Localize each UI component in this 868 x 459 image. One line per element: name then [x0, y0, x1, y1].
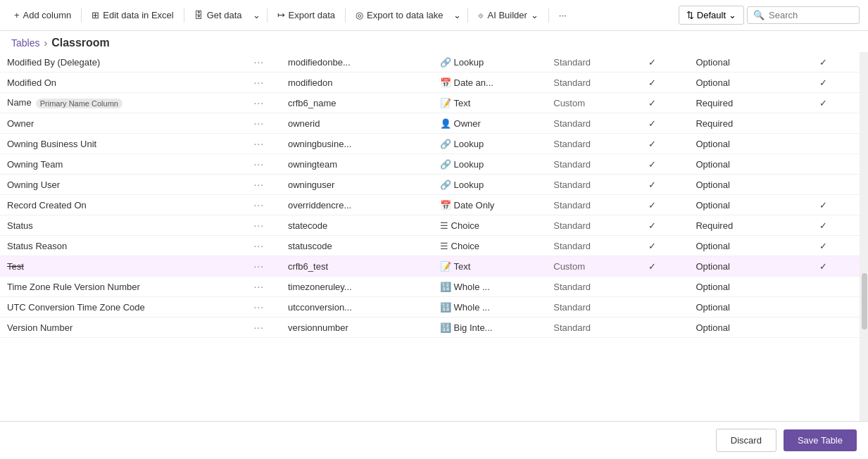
scrollbar-thumb[interactable]	[862, 273, 867, 329]
table-row[interactable]: Status···statecode☰ChoiceStandard✓Requir…	[0, 215, 860, 236]
row-logical-name: owningbusine...	[281, 134, 433, 154]
row-logical-name: overriddencre...	[281, 195, 433, 215]
add-column-button[interactable]: + Add column	[8, 6, 77, 24]
row-requirement: Optional	[688, 154, 812, 175]
toolbar-divider-1	[81, 8, 82, 23]
ai-builder-button[interactable]: ⟐ AI Builder ⌄	[472, 6, 543, 24]
row-managed-type: Standard	[546, 277, 641, 297]
table-row[interactable]: Status Reason···statuscode☰ChoiceStandar…	[0, 236, 860, 256]
search-input[interactable]	[769, 10, 853, 20]
ellipsis-icon[interactable]: ···	[253, 260, 264, 272]
get-data-button[interactable]: 🗄 Get data	[189, 6, 248, 24]
row-check2	[812, 175, 860, 195]
row-context-menu[interactable]: ···	[246, 93, 281, 113]
table-row[interactable]: Version Number···versionnumber🔢Big Inte.…	[0, 317, 860, 338]
row-managed-type: Standard	[546, 113, 641, 134]
ellipsis-icon[interactable]: ···	[253, 199, 264, 210]
checkmark-icon: ✓	[648, 118, 656, 129]
type-icon: 🔗	[440, 139, 451, 149]
toolbar-divider-5	[467, 8, 468, 23]
excel-icon: ⊞	[92, 10, 99, 20]
table-area: Modified By (Delegate)···modifiedonbe...…	[0, 52, 860, 421]
row-check2: ✓	[812, 236, 860, 256]
export-lake-button[interactable]: ◎ Export to data lake	[350, 6, 448, 24]
row-managed-type: Standard	[546, 236, 641, 256]
ellipsis-icon[interactable]: ···	[253, 97, 264, 108]
export-lake-dropdown[interactable]: ⌄	[451, 6, 463, 24]
ellipsis-icon[interactable]: ···	[253, 118, 264, 129]
table-row[interactable]: Time Zone Rule Version Number···timezone…	[0, 277, 860, 297]
ellipsis-icon[interactable]: ···	[253, 220, 264, 231]
type-icon: 👤	[440, 118, 451, 129]
row-context-menu[interactable]: ···	[246, 175, 281, 195]
row-check1: ✓	[641, 52, 688, 73]
get-data-dropdown[interactable]: ⌄	[251, 6, 263, 24]
type-icon: 🔢	[440, 302, 451, 313]
ellipsis-icon[interactable]: ···	[253, 281, 264, 292]
row-check2	[812, 134, 860, 154]
row-context-menu[interactable]: ···	[246, 215, 281, 236]
table-row[interactable]: NamePrimary Name Column···crfb6_name📝Tex…	[0, 93, 860, 113]
save-table-button[interactable]: Save Table	[784, 429, 857, 451]
table-row[interactable]: Owning Team···owningteam🔗LookupStandard✓…	[0, 154, 860, 175]
row-logical-name: owningteam	[281, 154, 433, 175]
row-data-type: ☰Choice	[433, 236, 547, 256]
ellipsis-icon[interactable]: ···	[253, 179, 264, 190]
row-context-menu[interactable]: ···	[246, 73, 281, 93]
type-icon: 📅	[440, 200, 451, 210]
ellipsis-icon[interactable]: ···	[253, 77, 264, 88]
default-button[interactable]: ⇅ Default ⌄	[679, 6, 744, 25]
row-context-menu[interactable]: ···	[246, 277, 281, 297]
row-logical-name: timezoneruley...	[281, 277, 433, 297]
row-display-name: Modified By (Delegate)	[7, 57, 100, 68]
breadcrumb-current: Classroom	[51, 37, 110, 49]
discard-button[interactable]: Discard	[716, 429, 776, 452]
row-context-menu[interactable]: ···	[246, 195, 281, 215]
ellipsis-icon[interactable]: ···	[253, 322, 264, 333]
row-context-menu[interactable]: ···	[246, 52, 281, 73]
columns-table: Modified By (Delegate)···modifiedonbe...…	[0, 52, 860, 338]
row-context-menu[interactable]: ···	[246, 113, 281, 134]
edit-excel-button[interactable]: ⊞ Edit data in Excel	[86, 6, 179, 24]
row-data-type: 🔢Big Inte...	[433, 317, 547, 338]
table-row[interactable]: Record Created On···overriddencre...📅Dat…	[0, 195, 860, 215]
table-row[interactable]: Test···crfb6_test📝TextCustom✓Optional✓	[0, 256, 860, 277]
breadcrumb: Tables › Classroom	[0, 31, 868, 52]
scrollbar[interactable]	[860, 52, 868, 421]
row-requirement: Optional	[688, 134, 812, 154]
ellipsis-icon[interactable]: ···	[253, 158, 264, 170]
row-requirement: Optional	[688, 297, 812, 317]
row-data-type: 🔗Lookup	[433, 175, 547, 195]
row-display-name: Name	[7, 97, 32, 108]
row-context-menu[interactable]: ···	[246, 134, 281, 154]
row-context-menu[interactable]: ···	[246, 317, 281, 338]
ellipsis-icon[interactable]: ···	[253, 240, 264, 251]
row-check2	[812, 317, 860, 338]
table-row[interactable]: UTC Conversion Time Zone Code···utcconve…	[0, 297, 860, 317]
toolbar-divider-4	[345, 8, 346, 23]
table-row[interactable]: Owning User···owninguser🔗LookupStandard✓…	[0, 175, 860, 195]
row-context-menu[interactable]: ···	[246, 256, 281, 277]
row-context-menu[interactable]: ···	[246, 297, 281, 317]
search-icon: 🔍	[753, 10, 765, 20]
checkmark-icon: ✓	[648, 220, 656, 231]
table-row[interactable]: Modified By (Delegate)···modifiedonbe...…	[0, 52, 860, 73]
type-name: Whole ...	[454, 302, 490, 313]
table-row[interactable]: Owning Business Unit···owningbusine...🔗L…	[0, 134, 860, 154]
row-check1: ✓	[641, 175, 688, 195]
row-context-menu[interactable]: ···	[246, 154, 281, 175]
table-row[interactable]: Owner···ownerid👤OwnerStandard✓Required	[0, 113, 860, 134]
export-data-button[interactable]: ↦ Export data	[272, 6, 341, 24]
row-requirement: Optional	[688, 195, 812, 215]
breadcrumb-tables-link[interactable]: Tables	[11, 37, 39, 49]
table-row[interactable]: Modified On···modifiedon📅Date an...Stand…	[0, 73, 860, 93]
type-icon: ☰	[440, 241, 448, 251]
row-managed-type: Standard	[546, 215, 641, 236]
ellipsis-icon[interactable]: ···	[253, 56, 264, 68]
checkmark-icon: ✓	[648, 200, 656, 210]
row-context-menu[interactable]: ···	[246, 236, 281, 256]
more-button[interactable]: ···	[553, 6, 572, 24]
type-name: Date an...	[454, 77, 493, 88]
ellipsis-icon[interactable]: ···	[253, 301, 264, 313]
ellipsis-icon[interactable]: ···	[253, 138, 264, 149]
